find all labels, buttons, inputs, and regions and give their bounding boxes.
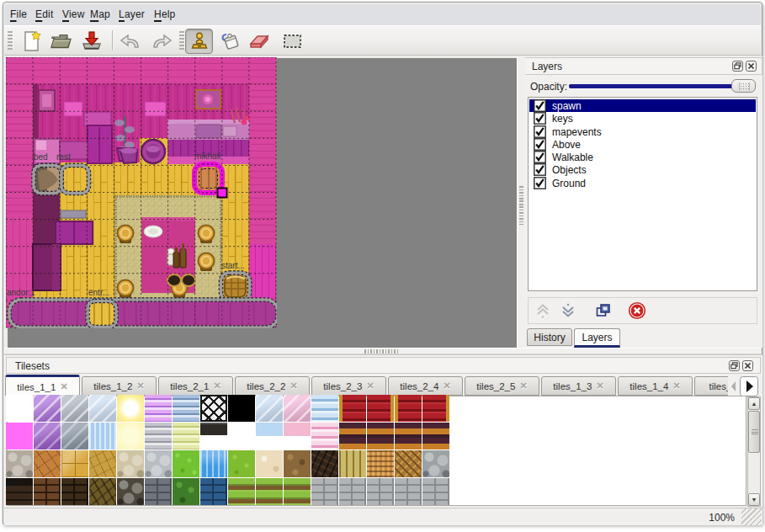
svg-text:bed: bed (34, 152, 48, 162)
svg-text:andor:1: andor:1 (7, 288, 35, 297)
svg-text:mikhail: mikhail (194, 152, 220, 161)
svg-text:entr...: entr... (88, 288, 109, 297)
svg-text:start...: start... (221, 261, 245, 270)
svg-text:rest: rest (56, 152, 71, 162)
